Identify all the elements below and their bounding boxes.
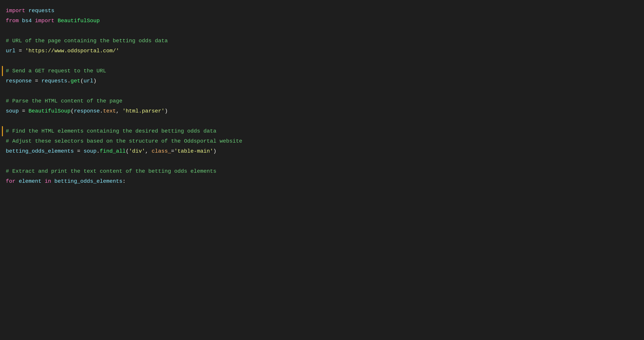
- line-2-code: from bs4 import BeautifulSoup: [6, 16, 636, 26]
- token-15-8: class_: [152, 146, 171, 156]
- token-11-5: .: [100, 106, 103, 116]
- line-16-empty: [6, 156, 636, 166]
- token-8-4: get: [70, 76, 80, 86]
- token-11-9: ): [164, 106, 168, 116]
- line-1-code: import requests: [6, 6, 636, 16]
- token-15-1: =: [74, 146, 84, 156]
- token-15-10: 'table-main': [174, 146, 213, 156]
- token-8-1: =: [32, 76, 41, 86]
- token-11-4: response: [74, 106, 100, 116]
- line-13-comment: # Find the HTML elements containing the …: [6, 126, 636, 136]
- token-15-4: find_all: [100, 146, 126, 156]
- token-18-3: [42, 176, 45, 186]
- token-2-4: import: [35, 16, 54, 26]
- token-5-2: 'https://www.oddsportal.com/': [25, 46, 119, 56]
- comment-text-7: # Send a GET request to the URL: [6, 66, 106, 76]
- token-15-6: 'div': [129, 146, 145, 156]
- comment-text-13: # Find the HTML elements containing the …: [6, 126, 216, 136]
- token-2-3: [32, 16, 35, 26]
- token-11-3: (: [70, 106, 74, 116]
- line-11-code: soup = BeautifulSoup(response.text, 'htm…: [6, 106, 636, 116]
- token-8-6: url: [84, 76, 93, 86]
- comment-text-14: # Adjust these selectors based on the st…: [6, 136, 242, 146]
- token-18-1: [16, 176, 19, 186]
- token-5-0: url: [6, 46, 16, 56]
- token-1-0: import: [6, 6, 25, 16]
- token-5-1: =: [16, 46, 25, 56]
- line-15-code: betting_odds_elements = soup.find_all('d…: [6, 146, 636, 156]
- token-11-0: soup: [6, 106, 19, 116]
- token-2-2: bs4: [22, 16, 32, 26]
- token-11-1: =: [19, 106, 28, 116]
- token-15-0: betting_odds_elements: [6, 146, 74, 156]
- token-18-0: for: [6, 176, 16, 186]
- token-18-4: in: [45, 176, 51, 186]
- line-5-code: url = 'https://www.oddsportal.com/': [6, 46, 636, 56]
- code-block: import requestsfrom bs4 import Beautiful…: [4, 6, 636, 186]
- token-8-0: response: [6, 76, 32, 86]
- token-1-2: requests: [28, 6, 54, 16]
- line-10-comment: # Parse the HTML content of the page: [6, 96, 636, 106]
- line-14-comment: # Adjust these selectors based on the st…: [6, 136, 636, 146]
- token-11-6: text: [103, 106, 116, 116]
- token-8-5: (: [80, 76, 84, 86]
- token-1-1: [25, 6, 28, 16]
- token-15-3: .: [96, 146, 100, 156]
- token-15-11: ): [213, 146, 216, 156]
- token-8-3: .: [67, 76, 70, 86]
- token-18-6: betting_odds_elements: [54, 176, 122, 186]
- line-17-comment: # Extract and print the text content of …: [6, 166, 636, 176]
- line-7-comment: # Send a GET request to the URL: [6, 66, 636, 76]
- token-2-1: [19, 16, 22, 26]
- token-8-7: ): [93, 76, 96, 86]
- token-2-6: BeautifulSoup: [58, 16, 100, 26]
- token-2-5: [54, 16, 58, 26]
- comment-text-4: # URL of the page containing the betting…: [6, 36, 168, 46]
- line-3-empty: [6, 26, 636, 36]
- comment-text-17: # Extract and print the text content of …: [6, 166, 216, 176]
- token-11-2: BeautifulSoup: [28, 106, 70, 116]
- line-9-empty: [6, 86, 636, 96]
- line-18-code: for element in betting_odds_elements:: [6, 176, 636, 186]
- token-11-7: ,: [116, 106, 122, 116]
- line-12-empty: [6, 116, 636, 126]
- token-8-2: requests: [42, 76, 67, 86]
- line-8-code: response = requests.get(url): [6, 76, 636, 86]
- token-15-9: =: [171, 146, 174, 156]
- token-15-7: ,: [145, 146, 152, 156]
- token-18-7: :: [122, 176, 126, 186]
- token-15-5: (: [126, 146, 129, 156]
- line-6-empty: [6, 56, 636, 66]
- token-2-0: from: [6, 16, 19, 26]
- token-15-2: soup: [84, 146, 96, 156]
- comment-text-10: # Parse the HTML content of the page: [6, 96, 122, 106]
- line-4-comment: # URL of the page containing the betting…: [6, 36, 636, 46]
- code-editor: import requestsfrom bs4 import Beautiful…: [0, 0, 644, 340]
- token-11-8: 'html.parser': [122, 106, 164, 116]
- token-18-5: [51, 176, 54, 186]
- token-18-2: element: [19, 176, 42, 186]
